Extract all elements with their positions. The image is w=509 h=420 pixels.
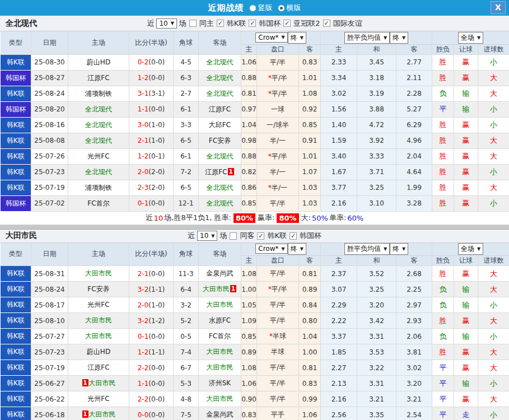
league-badge: 韩国杯 bbox=[1, 195, 31, 211]
titlebar: 近期战绩 竖版 横版 X bbox=[0, 0, 509, 16]
header-select[interactable]: 终▼ bbox=[288, 32, 306, 44]
league-checkbox[interactable]: ✓ bbox=[289, 232, 297, 240]
avg-odds-cell: 1.59 bbox=[321, 133, 357, 148]
odds-cell: 1.01 bbox=[299, 148, 321, 164]
score-cell: 1-1(0-0) bbox=[129, 101, 174, 117]
match-date: 25-07-23 bbox=[31, 344, 68, 360]
result-cell: 大 bbox=[478, 282, 509, 297]
games-count-select[interactable]: 10▼ bbox=[197, 231, 217, 241]
corner-cell: 6-1 bbox=[174, 101, 199, 117]
section-header: 大田市民近10▼场同客✓韩K联✓韩国杯 bbox=[0, 230, 509, 243]
home-team-cell: 大田市民 bbox=[68, 266, 129, 282]
league-checkbox[interactable]: ✓ bbox=[217, 20, 224, 27]
match-date: 25-06-22 bbox=[31, 391, 68, 407]
same-venue-checkbox[interactable] bbox=[189, 20, 197, 27]
avg-odds-cell: 2.16 bbox=[321, 391, 357, 407]
team-name: 金泉尚武 bbox=[207, 410, 234, 418]
odds-cell: 一球 bbox=[257, 101, 299, 117]
games-count-select[interactable]: 10▼ bbox=[156, 18, 176, 29]
league-checkbox[interactable]: ✓ bbox=[249, 20, 256, 27]
home-team-cell: 光州FC bbox=[68, 297, 129, 313]
chevron-down-icon: ▼ bbox=[402, 35, 405, 40]
result-cell: 负 bbox=[432, 282, 454, 297]
team-name: 济州SK bbox=[209, 379, 231, 387]
result-cell: 大 bbox=[478, 344, 509, 360]
header-select[interactable]: 胜平负均值▼ bbox=[344, 32, 390, 44]
team-name: FC安养 bbox=[209, 137, 231, 144]
odds-cell: 0.89 bbox=[299, 282, 321, 297]
team-name: FC安养 bbox=[87, 285, 109, 293]
away-team-cell: 大田市民 bbox=[199, 391, 241, 407]
table-row: 韩国杯25-08-20全北现代1-1(0-0)6-1江原FC0.97一球0.92… bbox=[1, 101, 509, 117]
avg-odds-cell: 2.04 bbox=[396, 148, 432, 164]
radio-horizontal-label[interactable]: 横版 bbox=[287, 3, 301, 13]
avg-odds-cell: 3.35 bbox=[357, 407, 396, 420]
radio-vertical-label[interactable]: 竖版 bbox=[258, 3, 273, 13]
league-checkbox[interactable]: ✓ bbox=[257, 232, 264, 240]
league-checkbox[interactable]: ✓ bbox=[323, 20, 330, 27]
home-team-cell: 蔚山HD bbox=[68, 54, 129, 70]
corner-cell: 6-5 bbox=[174, 133, 199, 148]
header-select[interactable]: 全场▼ bbox=[458, 32, 483, 44]
home-team-cell: 1大田市民 bbox=[68, 376, 129, 391]
result-cell: 赢 bbox=[454, 54, 478, 70]
close-icon[interactable]: X bbox=[491, 1, 506, 14]
header-select[interactable]: Crow*▼ bbox=[255, 244, 287, 254]
league-badge: 韩K联 bbox=[1, 407, 31, 420]
result-cell: 小 bbox=[478, 297, 509, 313]
table-row: 韩K联25-06-181大田市民0-0(0-0)7-5金泉尚武0.83平手1.0… bbox=[1, 407, 509, 420]
team-name: 江原FC1 bbox=[205, 168, 234, 176]
team-name: 浦项制铁 bbox=[85, 90, 112, 97]
header-select[interactable]: 胜平负均值▼ bbox=[344, 243, 390, 255]
header-select[interactable]: 终▼ bbox=[288, 243, 306, 255]
column-subheader: 进球数 bbox=[478, 44, 509, 54]
team-name: 江原FC bbox=[87, 74, 109, 82]
filter-bar: 近10▼场同客✓韩K联✓韩国杯 bbox=[187, 231, 322, 241]
odds-cell: 0.98 bbox=[241, 133, 257, 148]
result-cell: 小 bbox=[478, 164, 509, 180]
summary-part: 赢率: bbox=[258, 213, 274, 223]
away-team-cell: 全北现代 bbox=[199, 70, 241, 86]
corner-cell: 6-5 bbox=[174, 180, 199, 195]
avg-odds-cell: 3.21 bbox=[396, 391, 432, 407]
near-label: 近 bbox=[188, 231, 195, 241]
odds-cell: 1.03 bbox=[299, 195, 321, 211]
result-cell: 输 bbox=[454, 282, 478, 297]
header-select[interactable]: Crow*▼ bbox=[255, 32, 287, 43]
result-cell: 小 bbox=[478, 329, 509, 344]
header-select[interactable]: 终▼ bbox=[390, 243, 408, 255]
chevron-down-icon: ▼ bbox=[384, 246, 387, 251]
same-venue-checkbox[interactable] bbox=[230, 232, 237, 240]
team-name: 水原FC bbox=[209, 316, 231, 324]
summary-part: 60% bbox=[347, 214, 363, 222]
odds-cell: 平/半 bbox=[257, 54, 299, 70]
home-team-cell: FC首尔 bbox=[68, 195, 129, 211]
match-date: 25-06-18 bbox=[31, 407, 68, 420]
team-name: 全北现代 bbox=[207, 74, 234, 82]
odds-cell: 1.01 bbox=[299, 70, 321, 86]
corner-cell: 6-7 bbox=[174, 360, 199, 376]
team-name: 江原FC bbox=[209, 105, 231, 113]
league-checkbox[interactable]: ✓ bbox=[283, 20, 291, 27]
column-header: 主场 bbox=[68, 31, 129, 54]
result-cell: 赢 bbox=[454, 195, 478, 211]
match-date: 25-08-10 bbox=[31, 313, 68, 329]
away-team-cell: 全北现代 bbox=[199, 54, 241, 70]
score-cell: 1-2(0-0) bbox=[129, 70, 174, 86]
summary-part: 80% bbox=[234, 213, 255, 223]
radio-vertical-layout[interactable] bbox=[250, 5, 256, 11]
near-label: 近 bbox=[147, 18, 154, 29]
team-name: 浦项制铁 bbox=[85, 184, 112, 192]
radio-horizontal-layout[interactable] bbox=[278, 5, 284, 11]
home-team-cell: FC安养 bbox=[68, 282, 129, 297]
odds-cell: *半/一 bbox=[257, 180, 299, 195]
avg-odds-cell: 3.34 bbox=[321, 70, 357, 86]
column-subheader: 客 bbox=[299, 256, 321, 266]
score-cell: 2-3(2-0) bbox=[129, 180, 174, 195]
table-row: 韩K联25-08-24浦项制铁3-1(3-1)2-7全北现代0.81*平/半1.… bbox=[1, 86, 509, 101]
header-select[interactable]: 全场▼ bbox=[458, 243, 483, 255]
header-select[interactable]: 终▼ bbox=[390, 32, 408, 44]
team-name: 大田市民 bbox=[85, 316, 112, 324]
odds-cell: *平/半 bbox=[257, 86, 299, 101]
odds-cell: 0.84 bbox=[299, 297, 321, 313]
